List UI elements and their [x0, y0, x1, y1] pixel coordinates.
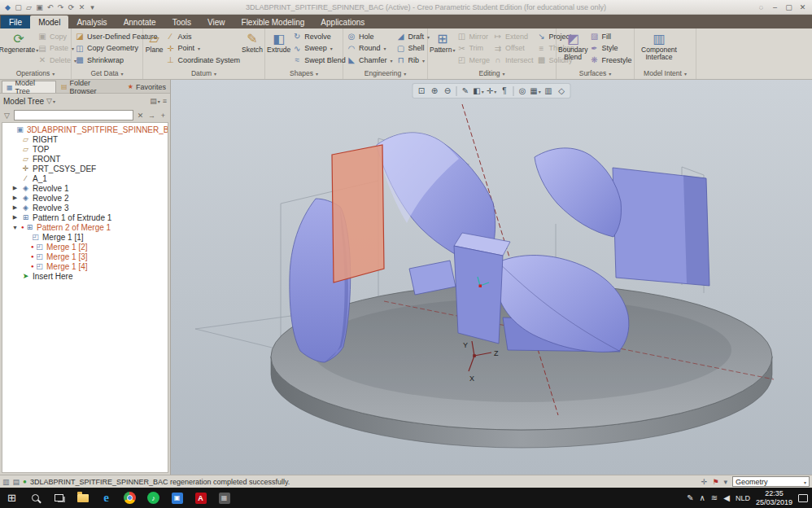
action-center-icon[interactable] [798, 494, 808, 502]
component-interface-button[interactable]: ▥ Component Interface [636, 29, 682, 67]
qat-customize-icon[interactable]: ▾ [87, 2, 98, 13]
tree-item-merge-1-1[interactable]: ◰Merge 1 [1] [2, 232, 168, 242]
redo-icon[interactable]: ↷ [55, 2, 66, 13]
tree-settings-icon[interactable]: ≡ [163, 97, 167, 105]
task-view-button[interactable] [47, 488, 71, 508]
center-blade-front-face[interactable] [454, 246, 503, 344]
tree-filter-icon[interactable]: ▽ [46, 97, 55, 105]
extrude-button[interactable]: ◧ Extrude [267, 29, 290, 67]
annotation-display-icon[interactable]: ¶ [499, 85, 511, 97]
tree-item-insert-here[interactable]: ➤Insert Here [2, 271, 168, 281]
tab-annotate[interactable]: Annotate [116, 15, 164, 28]
undo-icon[interactable]: ↶ [45, 2, 55, 13]
toggle-browser-icon[interactable]: ▤ [13, 478, 20, 486]
group-label-surfaces[interactable]: Surfaces [557, 68, 634, 79]
offset-button[interactable]: ⇉Offset [493, 43, 534, 54]
orientations-icon[interactable]: ▦ [530, 85, 542, 97]
acrobat-button[interactable]: A [189, 488, 212, 508]
chamfer-button[interactable]: ◣Chamfer [347, 55, 393, 65]
close-button[interactable]: ✕ [796, 2, 810, 13]
group-label-shapes[interactable]: Shapes [265, 68, 343, 79]
copy-button[interactable]: ▣Copy [37, 31, 76, 42]
pattern-button[interactable]: ⊞ Pattern [430, 29, 455, 67]
tree-item-csys[interactable]: ✛PRT_CSYS_DEF [2, 164, 168, 173]
tab-favorites[interactable]: ★Favorites [124, 81, 170, 93]
maximize-button[interactable]: ▢ [782, 2, 796, 13]
zoom-out-icon[interactable]: ⊖ [442, 85, 454, 97]
tab-model-tree[interactable]: ▦Model Tree [2, 81, 56, 93]
tab-view[interactable]: View [199, 15, 234, 28]
intersect-button[interactable]: ∩Intersect [493, 55, 534, 65]
merge-button[interactable]: ◰Merge [456, 55, 490, 65]
blade-scoop-right-top[interactable] [535, 148, 622, 237]
file-explorer-button[interactable] [71, 488, 94, 508]
group-label-datum[interactable]: Datum [143, 68, 264, 79]
spotify-button[interactable]: ♪ [142, 488, 165, 508]
group-label-operations[interactable]: Operations [0, 68, 71, 79]
blue-app-button[interactable]: ▣ [165, 488, 189, 508]
hidden-icons-chevron[interactable]: ∧ [700, 493, 705, 502]
group-label-engineering[interactable]: Engineering [343, 68, 427, 79]
close-window-icon[interactable]: ✕ [76, 2, 87, 13]
coordinate-system-button[interactable]: ⊥Coordinate System [165, 55, 240, 65]
tab-model[interactable]: Model [30, 15, 68, 28]
start-button[interactable]: ⊞ [0, 488, 24, 508]
tree-item-merge-1-3[interactable]: ●◰Merge 1 [3] [2, 252, 168, 261]
fill-button[interactable]: ▨Fill [589, 31, 631, 42]
minimize-button[interactable]: – [768, 2, 782, 13]
pen-icon[interactable]: ✎ [687, 493, 693, 502]
mirror-button[interactable]: ◫Mirror [456, 31, 490, 42]
refit-icon[interactable]: ⊡ [416, 85, 428, 97]
photos-button[interactable]: ▦ [212, 488, 236, 508]
3d-viewport[interactable]: Y Z X PRT_CSYS_DEF [171, 80, 812, 475]
regenerate-button[interactable]: ⟳ Regenerate [2, 29, 36, 67]
tree-search-input[interactable] [14, 110, 133, 120]
zoom-in-icon[interactable]: ⊕ [429, 85, 441, 97]
display-style-icon[interactable]: ◧ [473, 85, 485, 97]
revolve-button[interactable]: ↻Revolve [292, 31, 346, 42]
expand-icon[interactable] [11, 195, 19, 201]
expand-icon[interactable] [11, 214, 19, 221]
round-button[interactable]: ◠Round [347, 43, 393, 54]
group-label-model-intent[interactable]: Model Intent [635, 68, 696, 79]
tree-item-pattern-2[interactable]: ●⊞Pattern 2 of Merge 1 [2, 222, 168, 232]
tab-tools[interactable]: Tools [164, 15, 199, 28]
model-tree[interactable]: ▣3DLABPRINT_SPITFIRE_SPINNER_BAC.PRT ▱RI… [2, 122, 168, 473]
chrome-button[interactable] [118, 488, 142, 508]
group-label-editing[interactable]: Editing [428, 68, 556, 79]
tab-folder-browser[interactable]: ▤Folder Browser [57, 81, 123, 93]
draft-button[interactable]: ◢Draft [396, 31, 430, 42]
regenerate-qat-icon[interactable]: ⟳ [66, 2, 76, 13]
tree-columns-icon[interactable]: ▤ [150, 97, 160, 105]
tree-item-part-root[interactable]: ▣3DLABPRINT_SPITFIRE_SPINNER_BAC.PRT [2, 125, 168, 134]
open-icon[interactable]: ▱ [24, 2, 34, 13]
style-button[interactable]: ✒Style [589, 43, 631, 54]
tree-item-revolve-3[interactable]: ◈Revolve 3 [2, 203, 168, 212]
group-label-get-data[interactable]: Get Data [72, 68, 142, 79]
repaint-icon[interactable]: ✎ [460, 85, 472, 97]
tab-applications[interactable]: Applications [312, 15, 373, 28]
search-button[interactable] [24, 488, 47, 508]
tree-item-top[interactable]: ▱TOP [2, 144, 168, 154]
volume-icon[interactable]: ◀ [723, 493, 730, 502]
view-manager-icon[interactable]: ▥ [543, 85, 555, 97]
boundary-blend-button[interactable]: ◩ Boundary Blend [558, 29, 587, 67]
spin-dof-icon[interactable]: ✛ [701, 478, 708, 486]
rib-button[interactable]: ⊓Rib [396, 55, 430, 65]
edge-button[interactable]: e [94, 488, 118, 508]
axis-button[interactable]: ∕Axis [165, 31, 240, 42]
perspective-icon[interactable]: ◇ [556, 85, 568, 97]
tab-file[interactable]: File [1, 15, 30, 28]
paste-button[interactable]: ▤Paste [37, 43, 76, 54]
tree-item-right[interactable]: ▱RIGHT [2, 134, 168, 144]
highlighted-merge-plane[interactable] [332, 145, 384, 282]
language-indicator[interactable]: NLD [736, 494, 750, 502]
tree-item-merge-1-4[interactable]: ●◰Merge 1 [4] [2, 261, 168, 271]
new-file-icon[interactable]: ▢ [13, 2, 24, 13]
sweep-button[interactable]: ∿Sweep [292, 43, 346, 54]
suppress-flag-icon[interactable]: ⚑ [712, 478, 718, 486]
expand-all-icon[interactable]: + [159, 112, 168, 120]
taskbar-clock[interactable]: 22:35 25/03/2019 [756, 489, 792, 506]
toggle-navigator-icon[interactable]: ▥ [2, 478, 10, 486]
tree-item-front[interactable]: ▱FRONT [2, 154, 168, 164]
